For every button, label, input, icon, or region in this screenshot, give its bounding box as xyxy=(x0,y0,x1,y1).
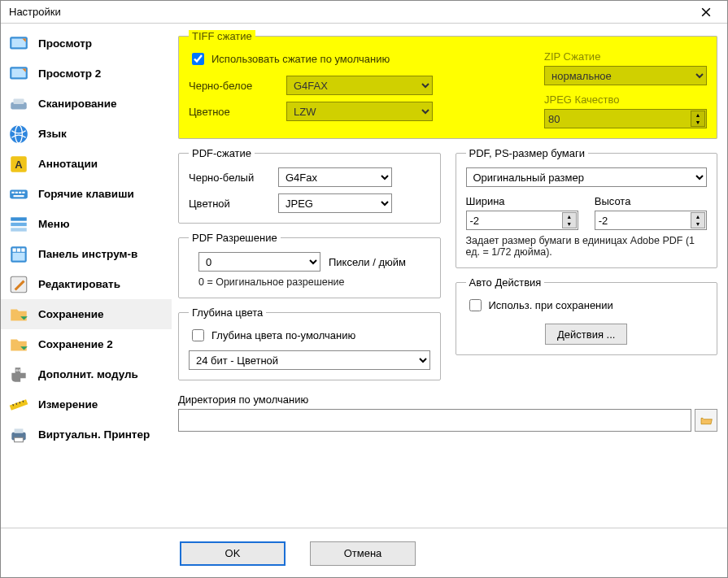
content-panel: TIFF сжатие Использовать сжатие по умолч… xyxy=(172,24,727,528)
pdf-legend: PDF-сжатие xyxy=(189,147,255,159)
sidebar-item-label: Панель инструм-в xyxy=(38,248,137,260)
monitor-icon xyxy=(7,33,30,55)
printer-icon xyxy=(7,424,30,446)
sidebar-item-hotkeys[interactable]: Горячие клавиши xyxy=(1,179,172,209)
sidebar-item-label: Язык xyxy=(38,128,67,140)
pdf-resolution-group: PDF Разрешение 0 Пиксели / дюйм 0 = Ориг… xyxy=(178,232,441,298)
annotation-icon: A xyxy=(7,153,30,176)
spinner-icon[interactable]: ▲▼ xyxy=(562,212,577,228)
sidebar-item-label: Сохранение 2 xyxy=(38,338,113,350)
tiff-color-select[interactable]: LZW xyxy=(286,102,433,121)
svg-rect-20 xyxy=(12,248,15,251)
paper-size-group: PDF, PS-размер бумаги Оригинальный разме… xyxy=(456,147,718,268)
pdf-bw-select[interactable]: G4Fax xyxy=(278,167,392,187)
spinner-icon[interactable]: ▲▼ xyxy=(691,111,705,127)
sidebar-item-label: Просмотр xyxy=(38,37,92,50)
ok-button[interactable]: OK xyxy=(180,541,286,566)
svg-rect-23 xyxy=(12,252,24,260)
auto-actions-group: Авто Действия Использ. при сохранении Де… xyxy=(456,276,718,355)
svg-rect-16 xyxy=(11,217,27,220)
pdfres-select[interactable]: 0 xyxy=(198,252,320,272)
svg-point-26 xyxy=(18,368,20,371)
sidebar-item-measure[interactable]: Измерение xyxy=(1,389,172,419)
paper-height-label: Высота xyxy=(595,195,707,207)
svg-rect-17 xyxy=(11,222,27,225)
tiff-compression-group: TIFF сжатие Использовать сжатие по умолч… xyxy=(178,30,717,139)
depth-select[interactable]: 24 бит - Цветной xyxy=(189,350,430,370)
pdf-color-label: Цветной xyxy=(189,198,278,210)
sidebar-item-label: Просмотр 2 xyxy=(38,67,101,80)
folder-save-icon xyxy=(7,303,30,326)
menu-icon xyxy=(7,213,30,236)
svg-rect-22 xyxy=(21,248,24,251)
svg-text:A: A xyxy=(15,159,23,171)
svg-rect-13 xyxy=(19,191,21,193)
close-button[interactable] xyxy=(690,2,722,23)
pdf-color-select[interactable]: JPEG xyxy=(278,193,392,213)
tiff-default-label: Использовать сжатие по умолчанию xyxy=(211,53,390,65)
svg-rect-21 xyxy=(17,248,20,251)
tiff-default-checkbox[interactable] xyxy=(192,53,204,65)
jpeg-quality-input[interactable] xyxy=(544,109,707,128)
actions-button[interactable]: Действия ... xyxy=(545,324,627,345)
pencil-icon xyxy=(7,273,30,296)
sidebar-item-label: Сканирование xyxy=(38,98,117,110)
sidebar-item-edit[interactable]: Редактировать xyxy=(1,269,172,299)
pdfres-legend: PDF Разрешение xyxy=(189,232,281,244)
depth-default-checkbox[interactable] xyxy=(192,329,204,341)
pdfres-note: 0 = Оригинальное разрешение xyxy=(189,276,430,288)
sidebar-item-view2[interactable]: Просмотр 2 xyxy=(1,59,172,89)
sidebar-item-annotations[interactable]: A Аннотации xyxy=(1,149,172,179)
tiff-bw-label: Черно-белое xyxy=(189,80,286,92)
svg-rect-14 xyxy=(22,191,24,193)
depth-legend: Глубина цвета xyxy=(189,306,266,319)
sidebar-item-label: Сохранение xyxy=(38,308,104,320)
window-title: Настройки xyxy=(9,6,61,18)
svg-point-25 xyxy=(15,368,18,371)
paper-size-select[interactable]: Оригинальный размер xyxy=(466,167,708,187)
default-dir-input[interactable] xyxy=(178,409,691,432)
svg-rect-29 xyxy=(15,428,24,432)
sidebar-item-label: Редактировать xyxy=(38,278,120,290)
depth-default-label: Глубина цвета по-умолчанию xyxy=(211,329,355,341)
sidebar-item-language[interactable]: Язык xyxy=(1,119,172,149)
svg-rect-18 xyxy=(11,228,27,231)
sidebar: Просмотр Просмотр 2 Сканирование Язык A … xyxy=(1,24,172,528)
zip-select[interactable]: нормальное xyxy=(544,66,707,85)
pdf-bw-label: Черно-белый xyxy=(189,172,278,184)
svg-rect-30 xyxy=(15,437,24,441)
sidebar-item-label: Аннотации xyxy=(38,158,98,170)
keyboard-icon xyxy=(7,183,30,206)
sidebar-item-label: Виртуальн. Принтер xyxy=(38,428,150,441)
paper-width-label: Ширина xyxy=(466,195,578,207)
sidebar-item-menu[interactable]: Меню xyxy=(1,209,172,239)
sidebar-item-virtual-printer[interactable]: Виртуальн. Принтер xyxy=(1,419,172,450)
sidebar-item-label: Горячие клавиши xyxy=(38,188,134,200)
zip-label: ZIP Сжатие xyxy=(544,50,707,63)
default-dir-label: Директория по умолчанию xyxy=(178,393,717,406)
sidebar-item-label: Измерение xyxy=(38,398,98,411)
browse-button[interactable] xyxy=(695,409,717,432)
sidebar-item-save[interactable]: Сохранение xyxy=(1,299,172,329)
sidebar-item-toolbar[interactable]: Панель инструм-в xyxy=(1,239,172,269)
scanner-icon xyxy=(7,93,30,115)
sidebar-item-scanning[interactable]: Сканирование xyxy=(1,89,172,119)
sidebar-item-plugin[interactable]: Дополнит. модуль xyxy=(1,359,172,389)
toolbar-icon xyxy=(7,243,30,266)
pdfres-unit: Пиксели / дюйм xyxy=(329,256,406,268)
folder-save-icon xyxy=(7,333,30,356)
tiff-bw-select[interactable]: G4FAX xyxy=(286,76,433,95)
svg-point-6 xyxy=(10,125,28,143)
cancel-button[interactable]: Отмена xyxy=(310,541,416,566)
svg-rect-5 xyxy=(14,98,24,104)
auto-use-checkbox[interactable] xyxy=(469,299,482,311)
spinner-icon[interactable]: ▲▼ xyxy=(691,212,705,228)
color-depth-group: Глубина цвета Глубина цвета по-умолчанию… xyxy=(178,306,441,380)
globe-icon xyxy=(7,123,30,146)
sidebar-item-save2[interactable]: Сохранение 2 xyxy=(1,329,172,359)
paper-note: Задает размер бумаги в единицах Adobe PD… xyxy=(466,235,708,258)
monitor-icon xyxy=(7,63,30,85)
sidebar-item-view[interactable]: Просмотр xyxy=(1,28,172,59)
svg-rect-15 xyxy=(14,195,24,197)
tiff-color-label: Цветное xyxy=(189,106,286,118)
